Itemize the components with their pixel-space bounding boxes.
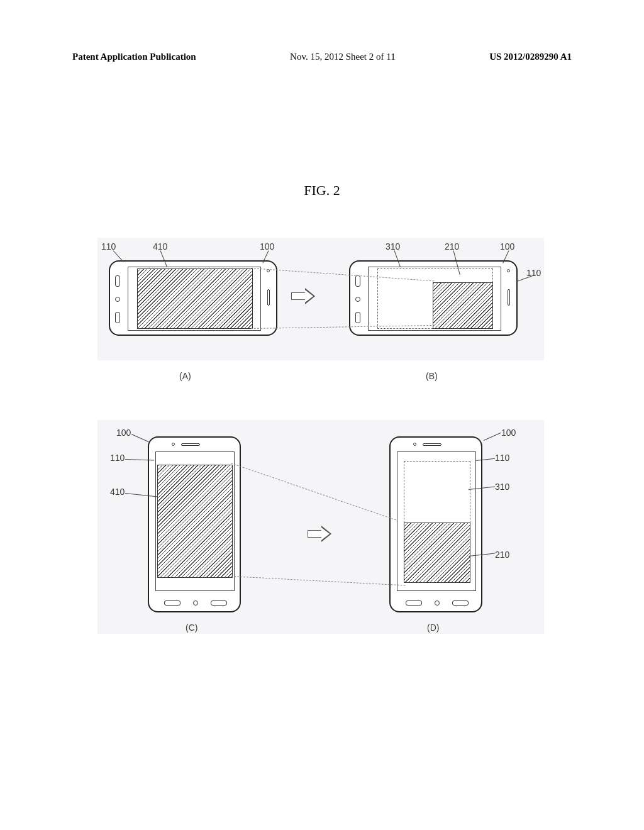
phone-d-buttons (406, 600, 469, 606)
phone-b-screen (368, 267, 501, 331)
phone-b-left-buttons (355, 275, 360, 323)
ref-210-d: 210 (495, 550, 509, 560)
phone-c-body (148, 436, 241, 612)
figure-diagram: 110 410 100 310 (97, 238, 544, 646)
figure-title: FIG. 2 (0, 182, 644, 199)
phone-c-buttons (164, 600, 227, 606)
camera-icon (507, 269, 510, 272)
nav-button-icon (406, 600, 422, 606)
panel-ab: 110 410 100 310 (97, 238, 544, 360)
ref-110-a: 110 (101, 241, 116, 252)
speaker-icon (423, 443, 441, 446)
ref-100-b: 100 (500, 241, 514, 252)
nav-button-icon (115, 312, 120, 323)
projection-line (231, 576, 406, 586)
lead-line (125, 459, 154, 461)
pub-number: US 2012/0289290 A1 (489, 52, 572, 62)
full-image-410-a (137, 268, 253, 329)
nav-button-icon (452, 600, 469, 606)
camera-icon (413, 443, 416, 446)
arrow-right-icon (308, 526, 333, 542)
speaker-icon (508, 289, 510, 306)
home-button-icon (193, 600, 198, 606)
reduced-image-210-d (404, 523, 470, 583)
ref-410-c: 410 (110, 487, 125, 497)
home-button-icon (355, 297, 360, 302)
sublabel-d: (D) (427, 622, 439, 633)
page-header: Patent Application Publication Nov. 15, … (72, 52, 572, 62)
full-image-410-c (157, 465, 233, 578)
phone-a-screen (128, 267, 261, 331)
ref-110-d: 110 (495, 453, 509, 463)
sublabel-c: (C) (186, 622, 197, 633)
phone-a-left-buttons (115, 275, 120, 323)
arrow-right-icon (291, 288, 316, 304)
ref-100-a: 100 (260, 241, 274, 252)
lead-line (131, 434, 149, 442)
reduced-image-210-b (433, 282, 493, 329)
pub-type: Patent Application Publication (72, 52, 196, 62)
nav-button-icon (211, 600, 227, 606)
nav-button-icon (355, 275, 360, 287)
phone-d-screen (397, 451, 476, 591)
phone-c-screen (155, 451, 235, 591)
lead-line (484, 433, 501, 441)
projection-line (231, 463, 396, 520)
ref-100-d: 100 (501, 428, 516, 438)
phone-c-top (172, 443, 200, 446)
nav-button-icon (115, 275, 120, 287)
panel-cd: 100 110 410 100 (97, 420, 544, 634)
home-button-icon (115, 297, 120, 302)
camera-icon (172, 443, 175, 446)
home-button-icon (435, 600, 440, 606)
sublabel-b: (B) (426, 371, 438, 381)
phone-d-body (389, 436, 482, 612)
speaker-icon (181, 443, 200, 446)
ref-100-c: 100 (116, 428, 131, 438)
date-sheet: Nov. 15, 2012 Sheet 2 of 11 (290, 52, 396, 62)
nav-button-icon (355, 312, 360, 323)
ref-210-b: 210 (445, 241, 459, 252)
lead-line (516, 275, 533, 282)
ref-310-b: 310 (386, 241, 400, 252)
nav-button-icon (164, 600, 180, 606)
phone-a-body (109, 260, 277, 336)
speaker-icon (267, 289, 270, 306)
sublabel-a: (A) (179, 371, 191, 381)
phone-d-top (413, 443, 441, 446)
ref-110-c: 110 (110, 453, 125, 463)
ref-310-d: 310 (495, 482, 509, 492)
